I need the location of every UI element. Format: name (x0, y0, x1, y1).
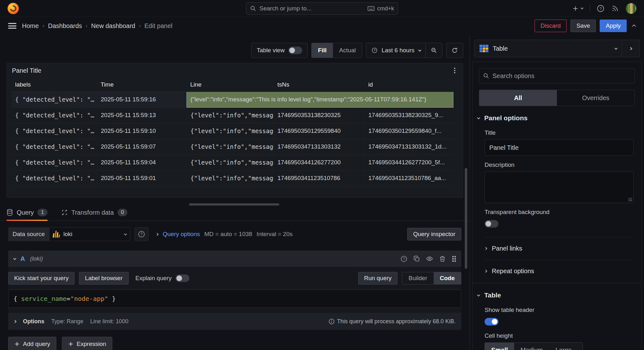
search-placeholder: Search or jump to... (259, 5, 364, 12)
explain-query-toggle[interactable] (175, 274, 189, 282)
cell-height-small[interactable]: Small (485, 343, 514, 350)
breadcrumb-home[interactable]: Home (22, 22, 39, 30)
chevron-down-icon[interactable] (13, 257, 16, 260)
id-cell: 1746950344126277200_5f... (364, 155, 453, 170)
duplicate-query-icon[interactable] (414, 256, 420, 262)
line-cell: {"level":"info","message":"... (186, 170, 274, 186)
description-textarea[interactable] (485, 172, 634, 203)
chevron-right-icon: › (42, 23, 44, 29)
transparent-bg-toggle[interactable] (485, 220, 498, 228)
info-icon (329, 319, 335, 325)
tab-transform-data[interactable]: Transform data 0 (61, 209, 127, 221)
options-label[interactable]: Options (23, 318, 44, 325)
apply-button[interactable]: Apply (600, 20, 627, 32)
time-range-picker[interactable]: Last 6 hours (366, 43, 425, 58)
panel-links-collapse[interactable]: Panel links (485, 237, 634, 260)
save-button[interactable]: Save (570, 20, 596, 32)
column-header-id[interactable]: id (364, 78, 453, 92)
options-type: Type: Range (51, 318, 83, 325)
avatar[interactable] (626, 3, 636, 14)
query-help-icon[interactable]: ? (401, 256, 407, 262)
tab-query[interactable]: Query 1 (7, 209, 47, 221)
label-browser-button[interactable]: Label browser (79, 272, 128, 285)
chevron-right-icon[interactable] (14, 320, 17, 323)
panel-options-header[interactable]: Panel options (473, 106, 641, 124)
horizontal-scrollbar[interactable] (189, 203, 279, 206)
add-expression-button[interactable]: Expression (62, 337, 112, 350)
column-header-Line[interactable]: Line (186, 78, 274, 92)
cell-height-label: Cell height (485, 332, 634, 339)
clock-icon (371, 47, 378, 54)
chevron-down-icon (124, 232, 127, 235)
datasource-row: Data source loki ? Query options MD = au… (8, 227, 461, 241)
filter-overrides[interactable]: Overrides (557, 90, 635, 106)
chevron-right-icon (484, 247, 487, 250)
collapse-options-button[interactable] (622, 40, 639, 57)
query-size-note: This query will process approximately 68… (337, 318, 456, 325)
help-icon[interactable]: ? (597, 5, 604, 12)
hide-query-eye-icon[interactable] (426, 256, 433, 262)
refresh-button[interactable] (447, 43, 463, 58)
breadcrumb-dashboards[interactable]: Dashboards (48, 22, 82, 30)
filter-all[interactable]: All (479, 90, 557, 106)
fill-option[interactable]: Fill (312, 43, 333, 58)
table-row[interactable]: { "detected_level": "…2025-05-11 15:59:0… (11, 155, 453, 170)
actual-option[interactable]: Actual (333, 43, 362, 58)
datasource-help-button[interactable]: ? (135, 227, 148, 241)
column-header-Time[interactable]: Time (97, 78, 186, 92)
show-table-header-toggle[interactable] (485, 318, 498, 325)
options-search-input[interactable]: Search options (479, 68, 635, 83)
viz-toolbar: Table view Fill Actual Last 6 hours (0, 43, 463, 58)
delete-query-trash-icon[interactable] (439, 256, 446, 262)
fill-actual-group: Fill Actual (311, 43, 362, 58)
table-row[interactable]: { "detected_level": "…2025-05-11 15:59:1… (11, 107, 453, 123)
column-header-tsNs[interactable]: tsNs (274, 78, 364, 92)
search-input[interactable]: Search or jump to... cmd+k (246, 2, 398, 15)
transform-icon (61, 209, 68, 216)
line-cell: {"level":"info","message":"... (186, 155, 274, 170)
query-inspector-button[interactable]: Query inspector (407, 228, 461, 240)
panel-title-input[interactable] (485, 139, 634, 156)
panel-title: Panel Title (12, 67, 41, 74)
table-row[interactable]: { "detected_level": "…2025-05-11 15:59:1… (11, 92, 453, 107)
database-icon (7, 209, 13, 216)
keyboard-icon (368, 6, 375, 11)
resize-handle[interactable] (628, 198, 632, 201)
kick-start-button[interactable]: Kick start your query (8, 272, 75, 285)
chevron-right-icon[interactable] (156, 233, 159, 236)
table-row[interactable]: { "detected_level": "…2025-05-11 15:59:0… (11, 170, 453, 186)
line-cell: {"level":"info","message":"... (186, 107, 274, 123)
datasource-picker[interactable]: loki (49, 227, 130, 241)
query-row-header[interactable]: A (loki) ? (8, 251, 461, 267)
collapse-chevron-up-icon[interactable] (633, 25, 636, 27)
query-options-link[interactable]: Query options (163, 231, 200, 238)
drag-handle[interactable] (452, 256, 456, 262)
add-query-button[interactable]: Add query (8, 337, 56, 350)
repeat-options-collapse[interactable]: Repeat options (485, 260, 634, 282)
table-row[interactable]: { "detected_level": "…2025-05-11 15:59:1… (11, 123, 453, 139)
discard-button[interactable]: Discard (535, 20, 567, 32)
table-view-toggle[interactable] (288, 47, 302, 54)
news-rss-icon[interactable] (611, 5, 619, 12)
builder-option[interactable]: Builder (402, 272, 433, 284)
breadcrumb-new-dashboard[interactable]: New dashboard (91, 22, 135, 30)
viz-picker-dropdown[interactable]: Table (475, 40, 622, 57)
vertical-scrollbar[interactable] (465, 168, 467, 269)
table-options-header[interactable]: Table (473, 283, 641, 301)
cell-height-large[interactable]: Large (549, 343, 578, 350)
grafana-logo[interactable] (8, 3, 19, 14)
highlighted-line-cell[interactable]: {"level":"info","message":"This is info … (186, 92, 453, 107)
code-option[interactable]: Code (434, 272, 461, 284)
logql-code-editor[interactable]: { service_name="node-app" } (8, 290, 461, 308)
panel-header[interactable]: Panel Title (7, 63, 463, 78)
tsns-cell: 1746950347131303132 (274, 139, 364, 155)
zoom-out-button[interactable] (425, 43, 442, 58)
kebab-menu-icon[interactable] (452, 67, 458, 74)
column-header-labels[interactable]: labels (11, 78, 97, 92)
cell-height-medium[interactable]: Medium (514, 343, 549, 350)
add-button[interactable] (572, 5, 583, 12)
table-row[interactable]: { "detected_level": "…2025-05-11 15:59:0… (11, 139, 453, 155)
run-query-button[interactable]: Run query (358, 272, 398, 285)
line-cell: {"level":"info","message":"... (186, 123, 274, 139)
menu-button[interactable] (8, 23, 16, 29)
